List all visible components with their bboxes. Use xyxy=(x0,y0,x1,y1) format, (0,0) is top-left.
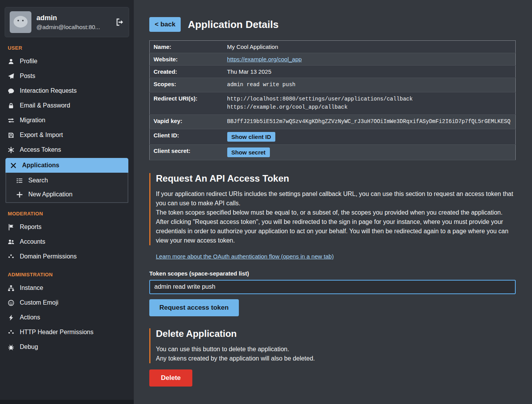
sidebar-item-label: Search xyxy=(28,177,48,184)
redirect-uris-cell: http://localhost:8080/settings/user/appl… xyxy=(223,92,516,114)
application-name-value: My Cool Application xyxy=(223,41,516,53)
plus-icon xyxy=(16,191,23,198)
row-label: Name: xyxy=(150,41,223,53)
sidebar-section-administration: ADMINISTRATION xyxy=(8,272,126,277)
sidebar-item-label: Domain Permissions xyxy=(20,253,77,260)
sidebar-item-interaction-requests[interactable]: Interaction Requests xyxy=(0,83,134,98)
sidebar-item-label: Interaction Requests xyxy=(20,87,77,94)
row-label: Redirect URI(s): xyxy=(150,92,223,114)
smiley-icon xyxy=(8,300,14,306)
sidebar-item-label: New Application xyxy=(28,191,73,198)
sidebar-item-profile[interactable]: Profile xyxy=(0,54,134,69)
table-row: Redirect URI(s): http://localhost:8080/s… xyxy=(150,92,516,114)
row-label: Created: xyxy=(150,66,223,78)
request-token-paragraph: The token scopes specified below must be… xyxy=(156,208,516,217)
application-details-table: Name: My Cool Application Website: https… xyxy=(149,40,516,160)
dots-icon xyxy=(8,253,14,260)
request-access-token-button[interactable]: Request access token xyxy=(149,299,239,316)
sidebar-item-migration[interactable]: Migration xyxy=(0,113,134,128)
created-value: Thu Mar 13 2025 xyxy=(223,66,516,78)
user-handle: @admin@localhost:80... xyxy=(36,24,100,30)
sidebar-item-instance[interactable]: Instance xyxy=(0,281,134,295)
website-link[interactable]: https://example.org/cool_app xyxy=(227,56,302,62)
flag-icon xyxy=(8,224,14,231)
scopes-value: admin read write push xyxy=(223,78,516,92)
show-secret-button[interactable]: Show secret xyxy=(227,147,270,157)
sidebar-item-actions[interactable]: Actions xyxy=(0,310,134,325)
save-icon xyxy=(8,132,14,139)
redirect-uri-2: https://example.org/cool_app/callback xyxy=(227,103,512,112)
users-icon xyxy=(8,239,14,245)
delete-application-heading: Delete Application xyxy=(156,328,516,339)
table-row: Vapid key: BBJffJ219b5iE512m7wQSzv4KgKDh… xyxy=(150,115,516,129)
sidebar-item-applications[interactable]: Applications xyxy=(5,158,128,173)
sidebar-item-label: Email & Password xyxy=(20,102,70,109)
sidebar-section-moderation: MODERATION xyxy=(8,211,126,217)
sidebar-item-http-header-permissions[interactable]: HTTP Header Permissions xyxy=(0,325,134,340)
sidebar-item-access-tokens[interactable]: Access Tokens xyxy=(0,142,134,157)
sidebar-item-search[interactable]: Search xyxy=(6,173,128,187)
sidebar-section-user: USER xyxy=(8,45,126,51)
sidebar-item-domain-permissions[interactable]: Domain Permissions xyxy=(0,249,134,264)
redirect-uri-1: http://localhost:8080/settings/user/appl… xyxy=(227,95,512,104)
table-row: Created: Thu Mar 13 2025 xyxy=(150,66,516,78)
bug-icon xyxy=(8,344,14,350)
sidebar: admin @admin@localhost:80... USER Profil… xyxy=(0,0,134,400)
main-content: < back Application Details Name: My Cool… xyxy=(134,0,532,404)
sitemap-icon xyxy=(8,285,14,291)
sidebar-item-label: Access Tokens xyxy=(20,146,61,153)
sidebar-item-export-import[interactable]: Export & Import xyxy=(0,128,134,142)
sidebar-item-accounts[interactable]: Accounts xyxy=(0,234,134,249)
user-icon xyxy=(8,58,14,65)
row-label: Scopes: xyxy=(150,78,223,92)
oauth-docs-link[interactable]: Learn more about the OAuth authenticatio… xyxy=(156,253,334,260)
token-scopes-input[interactable] xyxy=(149,280,516,294)
sign-out-icon[interactable] xyxy=(116,18,124,26)
asterisk-icon xyxy=(8,147,14,153)
website-cell: https://example.org/cool_app xyxy=(223,53,516,66)
sidebar-item-new-application[interactable]: New Application xyxy=(6,187,128,201)
sidebar-item-label: Debug xyxy=(20,343,38,350)
back-button[interactable]: < back xyxy=(149,17,181,32)
sidebar-item-label: HTTP Header Permissions xyxy=(20,329,93,336)
sidebar-item-email-password[interactable]: Email & Password xyxy=(0,98,134,113)
user-info: admin @admin@localhost:80... xyxy=(36,14,100,30)
row-label: Vapid key: xyxy=(150,115,223,129)
comment-icon xyxy=(8,88,14,94)
sidebar-item-custom-emoji[interactable]: Custom Emoji xyxy=(0,295,134,310)
sidebar-item-debug[interactable]: Debug xyxy=(0,340,134,354)
sidebar-item-label: Custom Emoji xyxy=(20,299,59,306)
avatar xyxy=(10,11,31,33)
table-row: Name: My Cool Application xyxy=(150,41,516,53)
sidebar-item-label: Export & Import xyxy=(20,132,63,139)
username: admin xyxy=(36,14,100,22)
table-row: Client ID: Show client ID xyxy=(150,129,516,144)
sidebar-item-label: Reports xyxy=(20,224,41,231)
show-client-id-button[interactable]: Show client ID xyxy=(227,132,276,142)
sidebar-item-reports[interactable]: Reports xyxy=(0,220,134,234)
sidebar-item-label: Actions xyxy=(20,314,40,321)
sidebar-item-label: Accounts xyxy=(20,238,45,245)
row-label: Client ID: xyxy=(150,129,223,144)
transfer-arrows-icon xyxy=(8,117,14,124)
page-header: < back Application Details xyxy=(149,17,516,32)
list-icon xyxy=(16,177,23,184)
sidebar-item-label: Profile xyxy=(20,58,37,65)
sidebar-item-label: Posts xyxy=(20,73,35,80)
delete-button[interactable]: Delete xyxy=(149,369,192,387)
sidebar-item-posts[interactable]: Posts xyxy=(0,69,134,83)
row-label: Client secret: xyxy=(150,144,223,160)
vapid-key-value: BBJffJ219b5iE512m7wQSzv4KgKDhgZZVzNyWC_r… xyxy=(223,115,516,129)
request-token-heading: Request An API Access Token xyxy=(156,173,516,184)
applications-group: Applications Search New Application xyxy=(5,158,128,203)
sidebar-item-label: Applications xyxy=(22,162,59,169)
request-token-section: Request An API Access Token If your appl… xyxy=(149,173,516,245)
dots-icon xyxy=(8,329,14,336)
user-card[interactable]: admin @admin@localhost:80... xyxy=(5,7,129,37)
page-title: Application Details xyxy=(188,19,278,31)
delete-application-section: Delete Application You can use this butt… xyxy=(149,328,516,363)
tools-icon xyxy=(10,162,17,169)
client-id-cell: Show client ID xyxy=(223,129,516,144)
row-label: Website: xyxy=(150,53,223,66)
lock-icon xyxy=(8,102,14,109)
